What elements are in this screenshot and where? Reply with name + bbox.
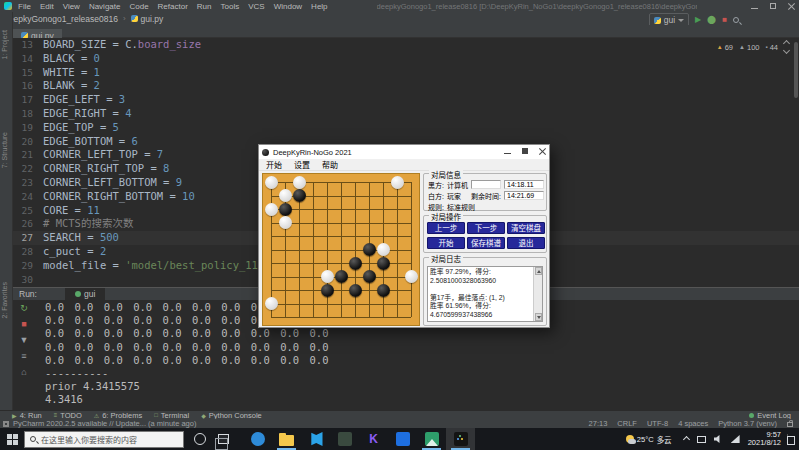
game-button-上一步[interactable]: 上一步 (427, 222, 465, 234)
photos-app-button[interactable] (417, 428, 446, 450)
network-icon[interactable] (731, 435, 740, 443)
status-utf8[interactable]: UTF-8 (647, 419, 668, 428)
run-tab-gui[interactable]: gui (65, 288, 105, 301)
run-icon[interactable]: ▶ (695, 16, 701, 24)
chat-app-button[interactable] (388, 428, 417, 450)
weather-widget[interactable]: 25°C 多云 (626, 434, 672, 445)
vscode-button[interactable] (301, 428, 330, 450)
status-grid-icon[interactable] (3, 421, 9, 427)
game-titlebar[interactable]: DeepKyRin-NoGo 2021 (259, 145, 549, 159)
search-everywhere-icon[interactable] (733, 17, 739, 23)
white-stone[interactable] (265, 203, 278, 216)
rerun-icon[interactable]: ↻ (20, 303, 28, 313)
game-menu-开始[interactable]: 开始 (266, 159, 282, 170)
file-explorer-button[interactable] (272, 428, 301, 450)
go-board[interactable] (262, 173, 420, 326)
clear-icon[interactable]: ⌂ (21, 367, 26, 377)
stripe-project[interactable]: 1: Project (1, 30, 8, 60)
black-stone[interactable] (335, 270, 348, 283)
menu-code[interactable]: Code (129, 2, 148, 11)
weak-warning-icon[interactable]: ▲100 (739, 43, 759, 52)
maximize-icon[interactable] (522, 148, 528, 154)
menu-file[interactable]: File (18, 2, 31, 11)
code-line-13[interactable]: 13BOARD_SIZE = C.board_size (13, 38, 799, 52)
chevron-up-icon[interactable] (683, 435, 690, 442)
code-line-14[interactable]: 14BLACK = 0 (13, 52, 799, 66)
menu-edit[interactable]: Edit (40, 2, 54, 11)
game-button-下一步[interactable]: 下一步 (467, 222, 505, 234)
white-stone[interactable] (265, 297, 278, 310)
stop-icon[interactable]: ■ (21, 319, 26, 329)
status-4spaces[interactable]: 4 spaces (678, 419, 708, 428)
scroll-up-icon[interactable] (535, 267, 542, 275)
inspections-widget[interactable]: ▲69▲100▪44 (717, 41, 789, 53)
code-line-19[interactable]: 19EDGE_TOP = 5 (13, 121, 799, 135)
dark-app-button[interactable] (330, 428, 359, 450)
black-stone[interactable] (321, 284, 334, 297)
black-stone[interactable] (377, 284, 390, 297)
black-stone[interactable] (363, 270, 376, 283)
stripe-structure[interactable]: 7: Structure (1, 132, 8, 168)
white-stone[interactable] (391, 176, 404, 189)
notification-center-icon[interactable] (787, 434, 797, 445)
stop-icon[interactable]: ■ (722, 16, 727, 24)
k-app-button[interactable]: K (359, 428, 388, 450)
display-icon[interactable] (697, 436, 706, 443)
black-stone[interactable] (377, 257, 390, 270)
scroll-down-icon[interactable] (535, 313, 542, 321)
black-stone[interactable] (363, 243, 376, 256)
black-stone[interactable] (279, 203, 292, 216)
status-crlf[interactable]: CRLF (617, 419, 637, 428)
minimize-icon[interactable] (751, 8, 758, 9)
menu-refactor[interactable]: Refactor (158, 2, 188, 11)
debug-icon[interactable]: ⬤ (707, 16, 716, 24)
warning-icon[interactable]: ▲69 (717, 43, 733, 52)
game-menu-设置[interactable]: 设置 (294, 159, 310, 170)
white-stone[interactable] (279, 189, 292, 202)
lock-icon[interactable] (787, 422, 793, 427)
cortana-icon[interactable] (194, 433, 206, 445)
game-button-清空棋盘[interactable]: 清空棋盘 (507, 222, 545, 234)
breadcrumb-file[interactable]: gui.py (141, 14, 164, 24)
menu-help[interactable]: Help (311, 2, 327, 11)
menu-navigate[interactable]: Navigate (89, 2, 121, 11)
start-button[interactable] (0, 428, 24, 450)
maximize-icon[interactable] (770, 3, 776, 9)
code-line-15[interactable]: 15WHITE = 1 (13, 66, 799, 80)
black-stone[interactable] (293, 189, 306, 202)
black-extra-field[interactable] (471, 180, 501, 189)
menu-run[interactable]: Run (197, 2, 212, 11)
volume-icon[interactable] (714, 435, 723, 443)
chevron-down-icon[interactable] (783, 47, 790, 54)
taskbar-search-input[interactable]: 在这里输入你要搜索的内容 (24, 431, 184, 448)
game-button-开始[interactable]: 开始 (427, 237, 465, 249)
task-view-icon[interactable] (218, 434, 229, 444)
menu-vcs[interactable]: VCS (248, 2, 264, 11)
soft-wrap-icon[interactable]: ≡ (21, 351, 26, 361)
clock[interactable]: 9:57 2021/8/12 (748, 431, 781, 448)
black-stone[interactable] (349, 284, 362, 297)
menu-tools[interactable]: Tools (221, 2, 240, 11)
code-line-18[interactable]: 18EDGE_RIGHT = 4 (13, 107, 799, 121)
black-stone[interactable] (349, 257, 362, 270)
close-icon[interactable] (539, 147, 546, 154)
minimize-icon[interactable] (504, 153, 511, 154)
log-scrollbar[interactable] (533, 267, 542, 321)
status-message[interactable]: PyCharm 2020.2.5 available // Update... … (13, 419, 196, 428)
game-button-退出[interactable]: 退出 (507, 237, 545, 249)
white-stone[interactable] (293, 176, 306, 189)
close-icon[interactable] (788, 2, 795, 9)
status-python37venv[interactable]: Python 3.7 (venv) (718, 419, 777, 428)
breadcrumb-project[interactable]: deepkyGonogo1_release0816 (4, 14, 118, 24)
nogo-python-app-button[interactable] (446, 428, 475, 450)
scroll-down-icon[interactable]: ▼ (20, 335, 29, 345)
edge-browser-button[interactable] (243, 428, 272, 450)
white-stone[interactable] (279, 216, 292, 229)
typo-icon[interactable]: ▪44 (766, 43, 778, 52)
code-line-16[interactable]: 16BLANK = 2 (13, 79, 799, 93)
menu-window[interactable]: Window (274, 2, 302, 11)
menu-view[interactable]: View (63, 2, 80, 11)
game-log-box[interactable]: 胜率 97.29%，得分: 2.5081000328063960第17手，最佳落… (427, 266, 543, 322)
game-button-保存棋谱[interactable]: 保存棋谱 (467, 237, 505, 249)
editor-scrollbar[interactable] (794, 42, 798, 98)
